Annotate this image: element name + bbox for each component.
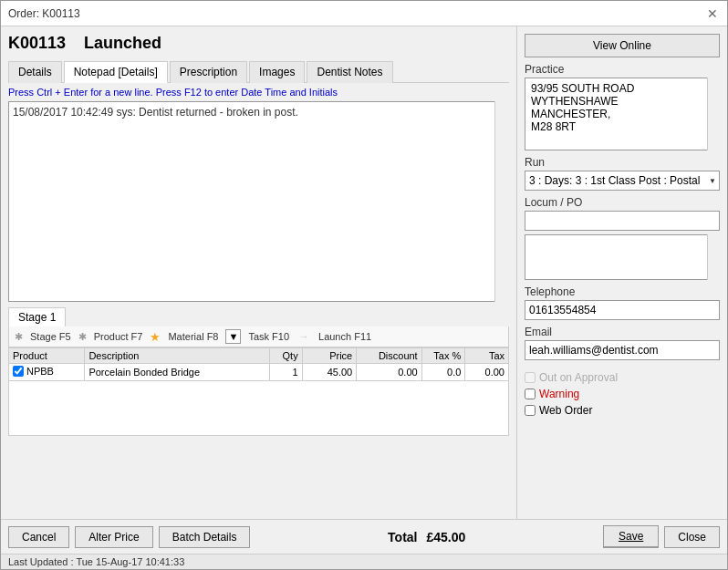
cell-tax: 0.00 <box>465 364 509 381</box>
telephone-label: Telephone <box>525 285 720 298</box>
warning-checkbox[interactable] <box>525 389 536 399</box>
toolbar-arrow: → <box>298 330 309 343</box>
bottom-toolbar: Cancel Alter Price Batch Details Total £… <box>1 519 727 554</box>
checkbox-group: Out on Approval Warning Web Order <box>525 371 720 417</box>
tab-details[interactable]: Details <box>8 61 62 83</box>
material-dropdown[interactable]: ▼ <box>225 329 241 344</box>
left-panel: K00113 Launched Details Notepad [Details… <box>1 26 517 519</box>
stage-tab-area: Stage 1 <box>8 307 509 326</box>
col-header-product: Product <box>9 348 85 364</box>
tab-notepad-details[interactable]: Notepad [Details] <box>64 61 168 83</box>
web-order-label: Web Order <box>539 404 592 417</box>
close-bottom-btn[interactable]: Close <box>664 526 720 548</box>
window-title: Order: K00113 <box>8 7 80 20</box>
stage-f5-btn[interactable]: Stage F5 <box>30 331 71 342</box>
checkbox-out-on-approval[interactable]: Out on Approval <box>525 371 720 384</box>
view-online-btn[interactable]: View Online <box>525 34 720 57</box>
locum-scroll-wrapper <box>525 234 720 280</box>
checkbox-web-order[interactable]: Web Order <box>525 404 720 417</box>
practice-label: Practice <box>525 63 720 76</box>
telephone-section: Telephone <box>525 285 720 320</box>
notepad-scrollbar <box>494 101 509 302</box>
total-value: £45.00 <box>426 530 465 544</box>
locum-input[interactable] <box>525 211 720 231</box>
order-header: K00113 Launched <box>8 34 509 53</box>
table-row[interactable]: NPBB Porcelain Bonded Bridge 1 45.00 0.0… <box>9 364 509 381</box>
notepad-area[interactable]: 15/08/2017 10:42:49 sys: Dentist returne… <box>8 101 509 302</box>
web-order-checkbox[interactable] <box>525 405 536 416</box>
main-window: Order: K00113 ✕ K00113 Launched Details … <box>0 0 728 570</box>
practice-address: 93/95 SOUTH ROAD WYTHENSHAWE MANCHESTER,… <box>525 78 720 150</box>
locum-text-area[interactable] <box>525 234 720 280</box>
email-input[interactable] <box>525 340 720 360</box>
cell-price: 45.00 <box>302 364 357 381</box>
save-btn[interactable]: Save <box>603 525 659 548</box>
right-panel: View Online Practice 93/95 SOUTH ROAD WY… <box>517 26 727 519</box>
col-header-qty: Qty <box>269 348 302 364</box>
email-label: Email <box>525 326 720 338</box>
practice-scrollbar <box>707 78 720 150</box>
cell-product: NPBB <box>9 364 85 381</box>
out-on-approval-label: Out on Approval <box>539 371 618 384</box>
cancel-btn[interactable]: Cancel <box>8 526 69 548</box>
total-label: Total <box>388 530 417 544</box>
cell-qty: 1 <box>269 364 302 381</box>
col-header-description: Description <box>85 348 270 364</box>
star3-icon: ★ <box>150 330 161 344</box>
practice-box-wrapper: 93/95 SOUTH ROAD WYTHENSHAWE MANCHESTER,… <box>525 78 720 150</box>
launch-f11-btn[interactable]: Launch F11 <box>318 331 371 342</box>
product-f7-btn[interactable]: Product F7 <box>94 331 143 342</box>
task-f10-btn[interactable]: Task F10 <box>248 331 289 342</box>
stage-toolbar: ✱ Stage F5 ✱ Product F7 ★ Material F8 ▼ … <box>8 326 509 347</box>
run-select[interactable]: 3 : Days: 3 : 1st Class Post : Postal <box>525 171 720 191</box>
product-table: Product Description Qty Price Discount T… <box>8 347 509 436</box>
col-header-tax: Tax <box>465 348 509 364</box>
locum-label: Locum / PO <box>525 196 720 209</box>
material-f8-btn[interactable]: Material F8 <box>168 331 218 342</box>
status-text: Last Updated : Tue 15-Aug-17 10:41:33 <box>8 556 184 567</box>
practice-line1: 93/95 SOUTH ROAD <box>531 82 702 95</box>
row-checkbox[interactable] <box>13 366 24 377</box>
practice-line4: M28 8RT <box>531 120 702 133</box>
cell-description: Porcelain Bonded Bridge <box>85 364 270 381</box>
star2-icon: ✱ <box>78 331 87 343</box>
practice-line2: WYTHENSHAWE <box>531 95 702 108</box>
close-icon[interactable]: ✕ <box>705 6 720 21</box>
batch-details-btn[interactable]: Batch Details <box>159 526 251 548</box>
product-table-container: Product Description Qty Price Discount T… <box>8 347 509 436</box>
col-header-price: Price <box>302 348 357 364</box>
locum-section: Locum / PO <box>525 196 720 280</box>
locum-scrollbar <box>707 234 720 280</box>
run-section: Run 3 : Days: 3 : 1st Class Post : Posta… <box>525 156 720 191</box>
out-on-approval-checkbox[interactable] <box>525 372 536 383</box>
total-area: Total £45.00 <box>255 530 598 544</box>
practice-section: Practice 93/95 SOUTH ROAD WYTHENSHAWE MA… <box>525 63 720 150</box>
title-bar: Order: K00113 ✕ <box>1 1 727 26</box>
stage-tab[interactable]: Stage 1 <box>8 307 66 326</box>
practice-line3: MANCHESTER, <box>531 108 702 120</box>
col-header-tax-pct: Tax % <box>421 348 465 364</box>
email-section: Email <box>525 326 720 360</box>
cell-discount: 0.00 <box>357 364 421 381</box>
star1-icon: ✱ <box>15 331 23 343</box>
telephone-input[interactable] <box>525 300 720 320</box>
run-select-wrapper: 3 : Days: 3 : 1st Class Post : Postal <box>525 171 720 191</box>
tab-bar: Details Notepad [Details] Prescription I… <box>8 60 509 83</box>
alter-price-btn[interactable]: Alter Price <box>75 526 152 548</box>
tab-images[interactable]: Images <box>249 61 305 83</box>
notepad-content: 15/08/2017 10:42:49 sys: Dentist returne… <box>13 106 490 119</box>
cell-tax-pct: 0.0 <box>421 364 465 381</box>
run-label: Run <box>525 156 720 169</box>
tab-dentist-notes[interactable]: Dentist Notes <box>307 61 392 83</box>
col-header-discount: Discount <box>357 348 421 364</box>
warning-label: Warning <box>539 388 579 400</box>
tab-prescription[interactable]: Prescription <box>170 61 247 83</box>
table-empty-row <box>9 381 509 436</box>
notepad-container: 15/08/2017 10:42:49 sys: Dentist returne… <box>8 101 509 302</box>
status-bar: Last Updated : Tue 15-Aug-17 10:41:33 <box>1 554 727 569</box>
notepad-hint: Press Ctrl + Enter for a new line. Press… <box>8 87 509 98</box>
checkbox-warning[interactable]: Warning <box>525 388 720 400</box>
order-status: Launched <box>84 34 161 53</box>
order-number: K00113 <box>8 34 66 53</box>
